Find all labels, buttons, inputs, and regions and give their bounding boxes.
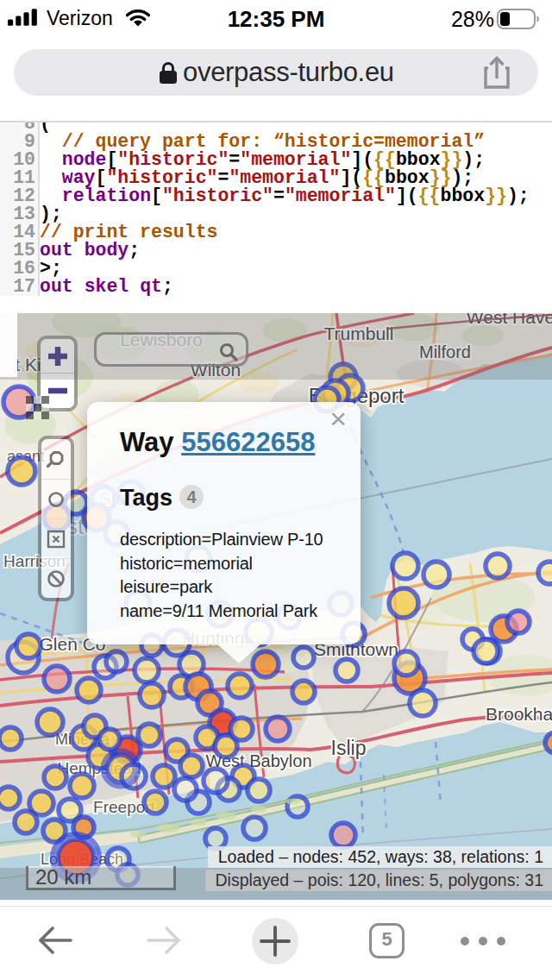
- svg-text:Brookhav: Brookhav: [486, 704, 552, 724]
- svg-text:Trumbull: Trumbull: [324, 324, 394, 343]
- svg-text:Milford: Milford: [419, 342, 471, 361]
- svg-text:Islip: Islip: [331, 737, 367, 759]
